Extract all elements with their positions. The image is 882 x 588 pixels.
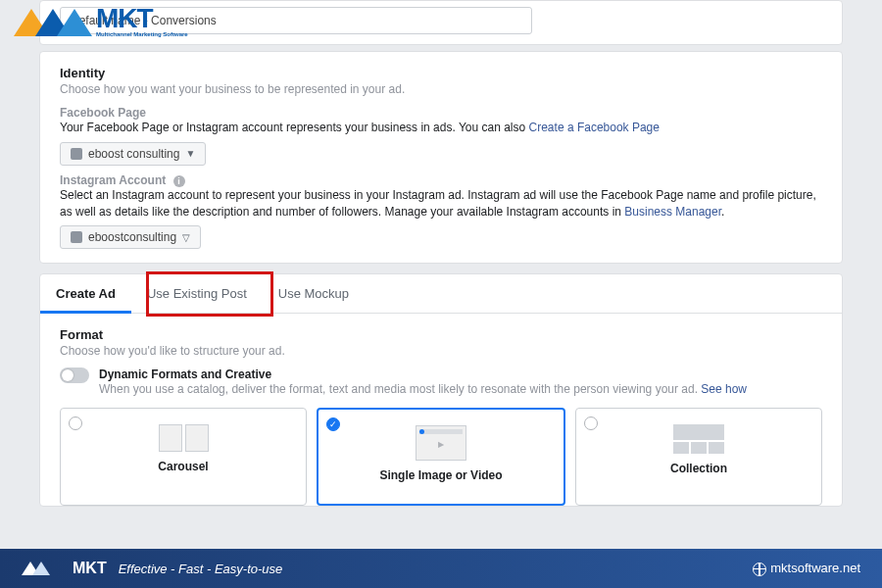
create-fb-page-link[interactable]: Create a Facebook Page [529, 121, 660, 134]
fb-page-dropdown[interactable]: eboost consulting ▼ [60, 142, 206, 166]
chevron-down-icon: ▼ [185, 148, 195, 159]
logo-brand-text: MKT [96, 3, 153, 33]
dynamic-formats-toggle[interactable] [60, 368, 89, 383]
identity-card: Identity Choose how you want your busine… [39, 51, 843, 264]
logo-tagline: Multichannel Marketing Software [96, 31, 188, 37]
ig-selected: eboostconsulting [88, 230, 176, 244]
footer-bar: MKT Effective - Fast - Easy-to-use mktso… [0, 549, 882, 588]
collection-thumb-icon [673, 424, 724, 454]
ig-label: Instagram Account i [60, 173, 822, 187]
page-icon [71, 231, 82, 243]
dynamic-formats-title: Dynamic Formats and Creative [99, 368, 747, 381]
format-option-single[interactable]: ▶ Single Image or Video [317, 408, 565, 506]
format-single-label: Single Image or Video [328, 468, 554, 482]
page-icon [71, 148, 82, 160]
ad-tabs-card: Create Ad Use Existing Post Use Mockup F… [39, 273, 843, 507]
footer-site[interactable]: mktsoftware.net [753, 561, 860, 576]
carousel-thumb-icon [71, 424, 296, 452]
single-thumb-icon: ▶ [416, 425, 466, 461]
fb-page-label: Facebook Page [60, 106, 822, 120]
footer-logo-icon: MKT [22, 555, 107, 582]
globe-icon [753, 563, 766, 576]
logo-mark-icon [14, 9, 92, 36]
format-options-row: Carousel ▶ Single Image or Video Collect… [60, 408, 822, 506]
tabs-row: Create Ad Use Existing Post Use Mockup [40, 274, 842, 314]
tab-use-existing-post[interactable]: Use Existing Post [131, 274, 263, 313]
identity-title: Identity [60, 66, 822, 80]
ig-dropdown[interactable]: eboostconsulting ▽ [60, 225, 201, 249]
footer-tagline: Effective - Fast - Easy-to-use [119, 562, 283, 576]
ig-desc: Select an Instagram account to represent… [60, 187, 822, 220]
tab-use-mockup[interactable]: Use Mockup [263, 274, 365, 313]
radio-checked-icon [326, 417, 340, 431]
dynamic-formats-row: Dynamic Formats and Creative When you us… [60, 368, 822, 398]
chevron-down-icon: ▽ [182, 232, 190, 243]
format-option-collection[interactable]: Collection [575, 408, 822, 506]
format-title: Format [60, 327, 822, 342]
fb-page-desc: Your Facebook Page or Instagram account … [60, 120, 822, 136]
format-subtitle: Choose how you'd like to structure your … [60, 344, 822, 358]
see-how-link[interactable]: See how [701, 382, 747, 396]
identity-subtitle: Choose how you want your business to be … [60, 82, 822, 96]
format-carousel-label: Carousel [71, 460, 296, 473]
business-manager-link[interactable]: Business Manager [624, 205, 721, 219]
brand-logo-overlay: MKT Multichannel Marketing Software [14, 8, 188, 37]
radio-unchecked-icon [584, 416, 598, 430]
info-icon[interactable]: i [173, 175, 185, 187]
fb-page-selected: eboost consulting [88, 147, 179, 161]
tab-create-ad[interactable]: Create Ad [40, 274, 131, 313]
dynamic-formats-desc: When you use a catalog, deliver the form… [99, 381, 747, 398]
format-option-carousel[interactable]: Carousel [60, 408, 307, 506]
format-collection-label: Collection [586, 462, 811, 475]
